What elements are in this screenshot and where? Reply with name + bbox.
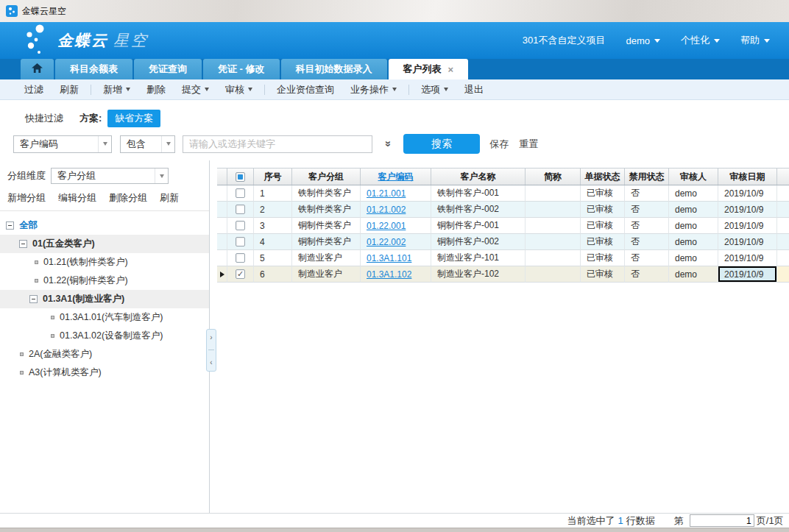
save-scheme-link[interactable]: 保存	[489, 138, 509, 151]
help-menu[interactable]: 帮助	[740, 34, 770, 47]
cell-name: 制造业客户-102	[431, 266, 526, 283]
expand-panel-icon[interactable]: ›	[210, 334, 212, 341]
tab-home[interactable]	[21, 59, 54, 79]
toolbar-button[interactable]: 退出	[456, 83, 492, 96]
window-titlebar: 金蝶云星空	[0, 0, 789, 22]
tab[interactable]: 科目余额表	[55, 59, 132, 79]
group-action-link[interactable]: 编辑分组	[58, 191, 96, 205]
table-row[interactable]: 1 铁制件类客户 01.21.001 铁制件客户-001 已审核 否 demo …	[217, 185, 789, 202]
toolbar-button[interactable]: 刷新	[52, 83, 87, 96]
toolbar-button[interactable]: 删除	[138, 83, 174, 96]
collapse-icon[interactable]	[29, 295, 38, 303]
dimension-select[interactable]: 客户分组	[51, 168, 169, 184]
app-window: 金蝶云星空 金蝶云 星空 301不含自定义项目 demo 个性化 帮助	[0, 0, 789, 532]
customer-code-link[interactable]: 01.3A1.102	[367, 269, 411, 280]
toolbar-button[interactable]: 审核	[217, 83, 261, 96]
tree-item[interactable]: 01.22(铜制件类客户)	[0, 272, 209, 290]
toolbar-button[interactable]: 选项	[413, 83, 456, 96]
toolbar-button[interactable]: 过滤	[16, 83, 52, 96]
group-action-link[interactable]: 刷新	[160, 191, 179, 205]
tab-customer-list-active[interactable]: 客户列表 ×	[389, 59, 469, 79]
page-total: 页/1页	[757, 514, 784, 528]
cell-name: 制造业客户-101	[431, 250, 526, 266]
page-number-input[interactable]	[690, 514, 754, 527]
tree-item[interactable]: A3(计算机类客户)	[0, 363, 209, 382]
reset-link[interactable]: 重置	[519, 138, 538, 151]
personalize-menu[interactable]: 个性化	[681, 34, 720, 47]
close-icon[interactable]: ×	[448, 64, 454, 75]
home-icon	[32, 63, 43, 76]
column-header-seq[interactable]: 序号	[254, 169, 292, 185]
cell-group: 铁制件类客户	[292, 185, 361, 202]
tree-item[interactable]: 2A(金融类客户)	[0, 345, 209, 363]
tree-item[interactable]: 01.3A1.01(汽车制造客户)	[0, 308, 209, 327]
row-checkbox[interactable]	[236, 221, 245, 230]
tree-item[interactable]: 01.21(铁制件类客户)	[0, 253, 209, 272]
customer-code-link[interactable]: 01.22.001	[367, 221, 406, 231]
tree-item-label: 01(五金类客户)	[32, 238, 95, 250]
select-all-checkbox[interactable]	[236, 172, 245, 182]
scheme-chip[interactable]: 缺省方案	[107, 110, 160, 127]
table-row[interactable]: 4 铜制件类客户 01.22.002 铜制件客户-002 已审核 否 demo …	[217, 234, 789, 250]
collapse-panel-icon[interactable]: ‹	[210, 359, 212, 366]
row-checkbox[interactable]	[236, 188, 245, 198]
toolbar-button[interactable]: 提交	[174, 83, 217, 96]
group-action-link[interactable]: 新增分组	[7, 191, 46, 205]
tree-item[interactable]: 全部	[0, 216, 209, 235]
customer-code-link[interactable]: 01.22.002	[367, 237, 406, 247]
expand-filter-icon[interactable]: »	[383, 141, 394, 146]
collapse-icon[interactable]	[19, 240, 27, 248]
toolbar-button[interactable]: 企业资信查询	[269, 83, 342, 96]
cell-short-name	[526, 266, 581, 283]
column-header-auditor[interactable]: 审核人	[669, 169, 718, 185]
cell-doc-status: 已审核	[581, 218, 625, 234]
bullet-icon	[20, 371, 24, 375]
toolbar-button[interactable]: 新增	[95, 83, 138, 96]
cell-audit-date: 2019/10/9	[718, 234, 777, 250]
tab[interactable]: 科目初始数据录入	[281, 59, 387, 79]
toolbar-button[interactable]: 业务操作	[342, 83, 405, 96]
column-header-name[interactable]: 客户名称	[431, 169, 526, 185]
grid-header: 序号 客户分组 客户编码 客户名称 简称 单据状态 禁用状态 审核人 审核日期	[217, 168, 789, 185]
column-header-group[interactable]: 客户分组	[292, 169, 361, 185]
row-checkbox[interactable]	[236, 237, 245, 247]
group-actions: 新增分组 编辑分组 删除分组 刷新	[0, 184, 209, 211]
cell-audit-date: 2019/10/9	[718, 266, 777, 283]
collapse-icon[interactable]	[6, 221, 14, 230]
filter-operator-select[interactable]: 包含	[120, 135, 175, 153]
filter-field-select[interactable]: 客户编码	[13, 135, 112, 153]
table-row[interactable]: 5 制造业客户 01.3A1.101 制造业客户-101 已审核 否 demo …	[217, 250, 789, 266]
customer-code-link[interactable]: 01.3A1.101	[367, 253, 411, 263]
group-panel: 分组维度 客户分组 新增分组 编辑分组 删除分组 刷新	[0, 160, 210, 513]
column-header-audit-date[interactable]: 审核日期	[718, 169, 777, 185]
table-row[interactable]: 3 铜制件类客户 01.22.001 铜制件客户-001 已审核 否 demo …	[217, 218, 789, 234]
chevron-down-icon	[444, 88, 448, 91]
cell-name: 铁制件客户-002	[431, 202, 526, 218]
tab[interactable]: 凭证查询	[134, 59, 202, 79]
tree-item-label: 全部	[19, 219, 38, 232]
cell-auditor: demo	[669, 185, 718, 202]
cell-group: 制造业客户	[292, 266, 361, 283]
group-action-link[interactable]: 删除分组	[109, 191, 147, 205]
search-button[interactable]: 搜索	[403, 134, 480, 154]
keyword-input[interactable]	[183, 135, 372, 153]
user-menu[interactable]: demo	[626, 35, 660, 46]
tree-item[interactable]: 01.3A1(制造业客户)	[0, 290, 209, 308]
tree-item[interactable]: 01.3A1.02(设备制造客户)	[0, 327, 209, 345]
table-row[interactable]: 2 铁制件类客户 01.21.002 铁制件客户-002 已审核 否 demo …	[217, 202, 789, 218]
row-checkbox[interactable]	[236, 205, 245, 214]
bullet-icon	[35, 260, 38, 264]
column-header-short[interactable]: 简称	[526, 169, 581, 185]
tab[interactable]: 凭证 - 修改	[203, 59, 280, 79]
customer-code-link[interactable]: 01.21.002	[367, 205, 406, 215]
page-label: 第	[674, 514, 684, 528]
tree-item[interactable]: 01(五金类客户)	[0, 235, 209, 253]
table-row[interactable]: 6 制造业客户 01.3A1.102 制造业客户-102 已审核 否 demo …	[217, 266, 789, 283]
customer-code-link[interactable]: 01.21.001	[367, 188, 406, 199]
column-header-doc-status[interactable]: 单据状态	[581, 169, 625, 185]
column-header-code-sorted[interactable]: 客户编码	[378, 171, 414, 183]
row-checkbox[interactable]	[236, 269, 245, 279]
row-checkbox[interactable]	[236, 253, 245, 263]
filter-panel: 快捷过滤 方案: 缺省方案 客户编码 包含 » 搜索 保存 重置	[0, 100, 789, 160]
column-header-forbid-status[interactable]: 禁用状态	[625, 169, 669, 185]
